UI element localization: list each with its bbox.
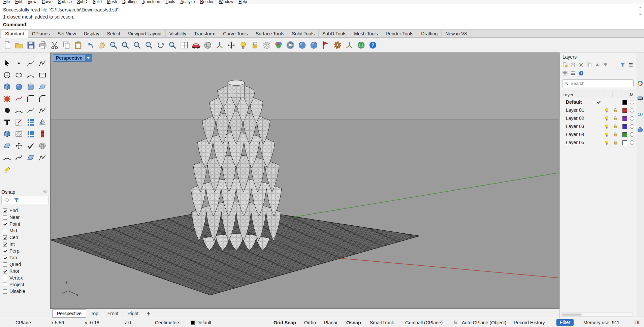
- status-panel-toggle[interactable]: [635, 320, 639, 325]
- layer-filter-button[interactable]: [619, 62, 626, 68]
- tool-mirror[interactable]: [37, 117, 47, 127]
- move-layer-up-button[interactable]: [594, 62, 601, 68]
- menu-view[interactable]: View: [25, 0, 39, 3]
- status-coord-x[interactable]: x 5.56: [51, 320, 64, 325]
- tool-single-point[interactable]: [13, 58, 24, 68]
- toolbar-tab-solid-tools[interactable]: Solid Tools: [288, 30, 319, 37]
- layer-color-swatch[interactable]: [622, 100, 627, 105]
- zoom-window-button[interactable]: [121, 40, 130, 50]
- status-ortho[interactable]: Ortho: [304, 320, 316, 325]
- copy-button[interactable]: [62, 40, 71, 50]
- osnap-near[interactable]: Near: [3, 214, 50, 221]
- zoom-dynamic-button[interactable]: [109, 40, 118, 50]
- tool-analyze-sphere[interactable]: [37, 140, 47, 151]
- viewport-tab-right[interactable]: Right: [123, 310, 143, 317]
- layer-lock-icon[interactable]: [613, 108, 618, 113]
- status-cplane[interactable]: CPlane: [15, 320, 31, 325]
- status-filter[interactable]: Filter: [556, 319, 574, 326]
- toolbar-tab-subd-tools[interactable]: SubD Tools: [319, 30, 350, 37]
- tool-arc[interactable]: [25, 70, 36, 80]
- layer-tools-button[interactable]: [586, 62, 592, 68]
- layer-visibility-bulb-icon[interactable]: [604, 124, 609, 129]
- move-layer-down-button[interactable]: [602, 62, 609, 68]
- layer-name[interactable]: Layer 04: [566, 132, 584, 137]
- delete-layer-button[interactable]: [578, 62, 584, 68]
- new-viewport-tab-icon[interactable]: [146, 312, 151, 316]
- layer-row-layer-02[interactable]: Layer 02: [560, 115, 636, 123]
- layer-color-swatch[interactable]: [622, 108, 627, 113]
- toolbar-grip[interactable]: [0, 53, 50, 56]
- toolbar-tab-curve-tools[interactable]: Curve Tools: [219, 30, 252, 37]
- layer-name[interactable]: Layer 02: [566, 116, 584, 121]
- tool-fillet[interactable]: [25, 93, 36, 104]
- toolbar-tab-transform[interactable]: Transform: [190, 30, 219, 37]
- color-wheel-button[interactable]: [274, 40, 283, 50]
- tool-move-uvn[interactable]: [13, 140, 24, 151]
- layer-material-icon[interactable]: [630, 140, 634, 145]
- layer-row-layer-05[interactable]: Layer 05: [560, 139, 636, 147]
- menu-drafting[interactable]: Drafting: [120, 0, 139, 3]
- new-file-button[interactable]: [3, 40, 12, 50]
- snap-filter-button[interactable]: [14, 197, 19, 203]
- layer-name[interactable]: Layer 01: [566, 107, 584, 113]
- tool-project-curve[interactable]: [13, 152, 24, 163]
- zoom-extents-button[interactable]: [132, 40, 142, 50]
- menu-file[interactable]: File: [1, 0, 12, 3]
- layers-column-header[interactable]: Layer M: [560, 91, 636, 98]
- command-prompt[interactable]: Command:: [3, 21, 636, 28]
- tool-surface-plane[interactable]: [37, 81, 47, 92]
- chevron-up-icon[interactable]: [639, 12, 642, 15]
- checkbox-disable[interactable]: [3, 289, 7, 294]
- menu-curve[interactable]: Curve: [39, 0, 55, 3]
- osnap-perp[interactable]: Perp: [3, 248, 50, 254]
- paste-button[interactable]: [73, 40, 83, 50]
- status-gumball[interactable]: Gumball (CPlane): [405, 320, 443, 325]
- layer-color-swatch[interactable]: [622, 124, 627, 129]
- osnap-tan[interactable]: Tan: [3, 254, 50, 261]
- layer-lock-icon[interactable]: [613, 140, 618, 145]
- status-memory-use[interactable]: Memory use: 911: [583, 320, 619, 325]
- layer-row-default[interactable]: Default: [560, 98, 636, 106]
- record-flag-button[interactable]: [321, 40, 330, 50]
- tool-sphere[interactable]: [13, 81, 24, 92]
- shaded-display-button[interactable]: [203, 40, 213, 50]
- status-units[interactable]: Centimeters: [155, 320, 180, 325]
- properties-ring-icon[interactable]: [637, 80, 643, 87]
- options-gear-button[interactable]: [333, 40, 342, 50]
- menu-help[interactable]: Help: [236, 0, 250, 3]
- status-planar[interactable]: Planar: [324, 320, 337, 325]
- tool-chamfer[interactable]: [37, 93, 47, 104]
- viewport-title-dropdown[interactable]: Perspective: [53, 54, 92, 62]
- tool-hatch[interactable]: [13, 129, 24, 139]
- save-file-button[interactable]: [26, 40, 36, 50]
- checkbox-vertex[interactable]: [3, 276, 7, 280]
- viewport-perspective[interactable]: z x Perspective: [50, 53, 559, 309]
- tool-ellipse[interactable]: [13, 70, 24, 80]
- tool-sweep[interactable]: [37, 152, 47, 163]
- menu-tools[interactable]: Tools: [163, 0, 178, 3]
- tool-adjust-curve[interactable]: [25, 105, 36, 116]
- layer-color-swatch[interactable]: [622, 132, 627, 137]
- command-area[interactable]: Successfully read file "C:\Users\archi\D…: [0, 4, 644, 30]
- tool-extrude[interactable]: [2, 129, 12, 139]
- menu-transform[interactable]: Transform: [139, 0, 163, 3]
- tool-cylinder[interactable]: [25, 81, 36, 92]
- osnap-disable[interactable]: Disable: [3, 288, 50, 295]
- toolbar-tab-new-in-v8[interactable]: New in V8: [442, 30, 471, 37]
- osnap-project[interactable]: Project: [3, 281, 50, 288]
- osnap-mid[interactable]: Mid: [3, 227, 50, 234]
- layer-help-button[interactable]: [578, 70, 584, 76]
- layer-color-swatch[interactable]: [622, 116, 627, 121]
- viewport-canvas[interactable]: z x: [51, 53, 559, 308]
- scrollbar-thumb[interactable]: [562, 314, 582, 316]
- lock-objects-button[interactable]: [250, 40, 260, 50]
- layer-manager-button[interactable]: [262, 40, 271, 50]
- tool-boolean-union[interactable]: [2, 105, 12, 116]
- toolbar-tab-viewport-layout[interactable]: Viewport Layout: [124, 30, 166, 37]
- layer-options-button[interactable]: [627, 62, 634, 68]
- layer-name-column-header[interactable]: Layer: [562, 92, 574, 97]
- checkbox-quad[interactable]: [3, 262, 7, 267]
- viewport-tab-front[interactable]: Front: [103, 310, 123, 317]
- toolbar-tab-surface-tools[interactable]: Surface Tools: [252, 30, 288, 37]
- layer-material-icon[interactable]: [630, 124, 634, 129]
